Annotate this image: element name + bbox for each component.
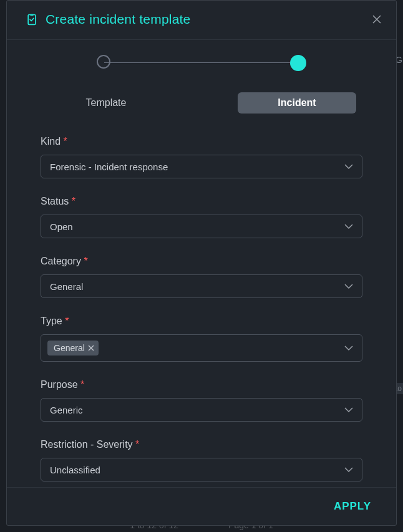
chevron-down-icon: [344, 223, 353, 230]
required-asterisk: *: [80, 379, 84, 390]
label-status: Status *: [41, 196, 362, 207]
select-type[interactable]: General: [41, 334, 362, 362]
field-status: Status * Open: [41, 196, 362, 238]
modal-footer: APPLY: [7, 487, 396, 525]
required-asterisk: *: [84, 256, 87, 266]
field-category: Category * General: [41, 256, 362, 298]
step-labels: Template Incident: [41, 92, 362, 114]
label-purpose-text: Purpose: [41, 379, 78, 390]
label-restriction: Restriction - Severity *: [41, 439, 362, 450]
modal-body: Template Incident Kind * Forensic - Inci…: [7, 40, 396, 487]
label-kind-text: Kind: [41, 136, 61, 147]
chevron-down-icon: [344, 163, 353, 170]
modal-title-wrap: Create incident template: [26, 12, 190, 27]
close-button[interactable]: [371, 14, 382, 25]
field-type: Type * General: [41, 316, 362, 362]
required-asterisk: *: [63, 136, 67, 147]
select-kind[interactable]: Forensic - Incident response: [41, 155, 362, 178]
chevron-down-icon: [344, 407, 353, 413]
chevron-down-icon: [344, 345, 353, 351]
required-asterisk: *: [72, 196, 75, 206]
step-label-incident[interactable]: Incident: [238, 92, 356, 114]
required-asterisk: *: [65, 316, 69, 326]
field-kind: Kind * Forensic - Incident response: [41, 136, 362, 178]
field-restriction: Restriction - Severity * Unclassified: [41, 439, 362, 481]
chip-remove-icon[interactable]: [87, 344, 95, 352]
step-node-template[interactable]: [97, 55, 110, 69]
label-restriction-text: Restriction - Severity: [41, 439, 133, 450]
label-category-text: Category: [41, 256, 81, 266]
label-kind: Kind *: [41, 136, 362, 147]
clipboard-check-icon: [26, 12, 38, 26]
create-incident-template-modal: Create incident template Template Incide…: [6, 0, 397, 526]
field-purpose: Purpose * Generic: [41, 379, 362, 422]
step-node-incident[interactable]: [290, 55, 306, 71]
modal-header: Create incident template: [7, 1, 396, 40]
chip-type-general: General: [47, 341, 99, 355]
select-restriction[interactable]: Unclassified: [41, 458, 362, 481]
select-restriction-value: Unclassified: [50, 465, 337, 475]
select-kind-value: Forensic - Incident response: [50, 162, 337, 172]
chevron-down-icon: [344, 467, 353, 473]
label-type-text: Type: [41, 316, 62, 326]
label-category: Category *: [41, 256, 362, 267]
stepper: [41, 55, 362, 71]
label-status-text: Status: [41, 196, 69, 206]
select-status-value: Open: [50, 221, 337, 232]
chevron-down-icon: [344, 283, 353, 289]
required-asterisk: *: [135, 439, 139, 450]
select-status[interactable]: Open: [41, 215, 362, 238]
select-category-value: General: [50, 281, 337, 292]
select-purpose-value: Generic: [50, 405, 337, 415]
select-purpose[interactable]: Generic: [41, 398, 362, 422]
close-icon: [372, 14, 382, 24]
apply-button[interactable]: APPLY: [334, 500, 371, 513]
select-category[interactable]: General: [41, 274, 362, 298]
label-type: Type *: [41, 316, 362, 327]
chip-type-label: General: [54, 343, 85, 353]
label-purpose: Purpose *: [41, 379, 362, 390]
modal-title: Create incident template: [46, 12, 190, 27]
step-label-template[interactable]: Template: [47, 92, 165, 114]
